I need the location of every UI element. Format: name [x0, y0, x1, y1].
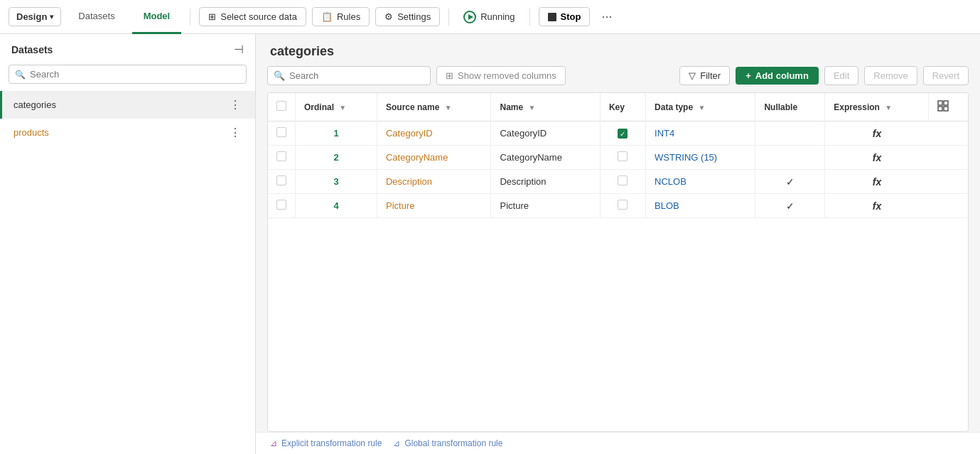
add-column-button[interactable]: + Add column — [736, 67, 819, 85]
cell-data-type: NCLOB — [646, 170, 755, 194]
separator2 — [448, 9, 449, 26]
cell-expression: fx — [825, 121, 929, 146]
sidebar-item-products[interactable]: products ⋮ — [0, 119, 255, 146]
content-search-input[interactable] — [289, 70, 424, 81]
running-icon — [463, 11, 476, 23]
cell-source-name: CategoryName — [377, 146, 491, 170]
key-checkbox[interactable] — [618, 200, 628, 210]
cell-ordinal: 4 — [296, 194, 377, 218]
grid-icon — [937, 104, 949, 114]
content-area: categories 🔍 ⊞ Show removed columns ▽ Fi… — [256, 34, 980, 454]
tab-model[interactable]: Model — [132, 0, 182, 34]
design-label: Design — [16, 11, 47, 22]
explicit-transformation-icon: ⊿ — [270, 438, 277, 448]
running-status: Running — [458, 11, 520, 23]
gear-icon: ⚙ — [384, 11, 393, 22]
table-header-row: Ordinal ▼ Source name ▼ Name ▼ Key — [268, 93, 968, 121]
revert-button[interactable]: Revert — [923, 66, 969, 85]
cell-ordinal: 3 — [296, 170, 377, 194]
cell-nullable: ✓ — [755, 194, 825, 218]
chevron-down-icon: ▾ — [50, 13, 53, 21]
content-header: categories — [256, 34, 980, 66]
sidebar-item-menu-btn[interactable]: ⋮ — [227, 124, 244, 141]
key-checkbox[interactable]: ✓ — [618, 129, 628, 139]
th-select-all — [268, 93, 296, 121]
th-expression[interactable]: Expression ▼ — [825, 93, 929, 121]
row-checkbox[interactable] — [276, 200, 286, 210]
show-removed-btn[interactable]: ⊞ Show removed columns — [436, 66, 566, 85]
topbar: Design ▾ Datasets Model ⊞ Select source … — [0, 0, 980, 34]
sidebar-item-menu-btn[interactable]: ⋮ — [227, 97, 244, 113]
cell-nullable — [755, 146, 825, 170]
explicit-transformation-item[interactable]: ⊿ Explicit transformation rule — [270, 438, 382, 448]
sidebar-search-input[interactable] — [30, 69, 240, 80]
explicit-transformation-link[interactable]: Explicit transformation rule — [281, 438, 382, 448]
cell-key — [600, 194, 645, 218]
row-checkbox[interactable] — [276, 175, 286, 185]
select-source-btn[interactable]: ⊞ Select source data — [199, 7, 306, 26]
row-checkbox-cell — [268, 170, 296, 194]
sort-icon: ▼ — [529, 104, 536, 112]
sidebar-search-box: 🔍 — [9, 65, 247, 84]
cell-name: CategoryID — [491, 121, 600, 146]
cell-nullable: ✓ — [755, 170, 825, 194]
settings-btn[interactable]: ⚙ Settings — [375, 7, 440, 26]
table-row: 1 CategoryID CategoryID ✓ INT4 fx — [268, 121, 968, 146]
global-transformation-icon: ⊿ — [393, 438, 400, 448]
row-checkbox[interactable] — [276, 127, 286, 137]
select-all-checkbox[interactable] — [276, 101, 286, 111]
table-icon: ⊞ — [446, 70, 453, 81]
row-checkbox[interactable] — [276, 151, 286, 161]
rules-btn[interactable]: 📋 Rules — [312, 7, 370, 26]
separator3 — [529, 9, 530, 26]
expression-fx-icon[interactable]: fx — [873, 152, 881, 163]
stop-button[interactable]: Stop — [539, 7, 591, 26]
global-transformation-link[interactable]: Global transformation rule — [404, 438, 502, 448]
plus-icon: + — [745, 70, 751, 81]
rules-icon: 📋 — [321, 11, 333, 22]
nullable-checkmark: ✓ — [786, 176, 795, 188]
th-data-type[interactable]: Data type ▼ — [646, 93, 755, 121]
nullable-checkmark: ✓ — [786, 200, 795, 212]
svg-rect-3 — [944, 107, 948, 111]
sidebar-item-categories[interactable]: categories ⋮ — [0, 91, 255, 119]
key-checkbox[interactable] — [618, 175, 628, 185]
th-name[interactable]: Name ▼ — [491, 93, 600, 121]
filter-button[interactable]: ▽ Filter — [679, 66, 730, 85]
tab-datasets[interactable]: Datasets — [67, 0, 126, 34]
th-source-name[interactable]: Source name ▼ — [377, 93, 491, 121]
cell-key — [600, 146, 645, 170]
cell-data-type: WSTRING (15) — [646, 146, 755, 170]
th-key[interactable]: Key — [600, 93, 645, 121]
table-row: 3 Description Description NCLOB ✓ fx — [268, 170, 968, 194]
cell-expression: fx — [825, 194, 929, 218]
cell-name: CategoryName — [491, 146, 600, 170]
cell-ordinal: 1 — [296, 121, 377, 146]
expression-fx-icon[interactable]: fx — [873, 200, 881, 212]
expression-fx-icon[interactable]: fx — [873, 128, 881, 139]
key-checkbox[interactable] — [618, 151, 628, 161]
cell-ordinal: 2 — [296, 146, 377, 170]
design-dropdown[interactable]: Design ▾ — [9, 7, 61, 26]
th-nullable[interactable]: Nullable — [755, 93, 825, 121]
row-checkbox-cell — [268, 146, 296, 170]
cell-key: ✓ — [600, 121, 645, 146]
table-row: 4 Picture Picture BLOB ✓ fx — [268, 194, 968, 218]
edit-button[interactable]: Edit — [824, 66, 858, 85]
content-toolbar: 🔍 ⊞ Show removed columns ▽ Filter + Add … — [256, 66, 980, 92]
stop-icon — [548, 13, 556, 21]
cell-expression: fx — [825, 146, 929, 170]
th-ordinal[interactable]: Ordinal ▼ — [296, 93, 377, 121]
more-options-button[interactable]: ··· — [596, 6, 618, 27]
th-grid[interactable] — [929, 93, 968, 121]
cell-expression: fx — [825, 170, 929, 194]
search-icon: 🔍 — [15, 70, 26, 80]
cell-name: Description — [491, 170, 600, 194]
remove-button[interactable]: Remove — [864, 66, 917, 85]
expression-fx-icon[interactable]: fx — [873, 176, 881, 188]
global-transformation-item[interactable]: ⊿ Global transformation rule — [393, 438, 502, 448]
sidebar: Datasets ⊣ 🔍 categories ⋮ products ⋮ — [0, 34, 256, 454]
collapse-sidebar-btn[interactable]: ⊣ — [234, 43, 244, 56]
transformation-footer: ⊿ Explicit transformation rule ⊿ Global … — [256, 432, 980, 454]
svg-rect-0 — [938, 101, 942, 105]
